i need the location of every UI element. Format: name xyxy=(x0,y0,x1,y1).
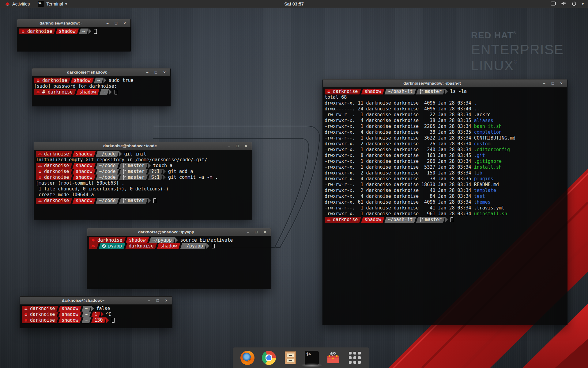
terminal-output: -rw-rw-r--. 1 darknoise darknoise 41 Jan… xyxy=(325,205,474,211)
command-text: git commit -a -m . xyxy=(168,174,218,180)
toolbox-icon xyxy=(326,351,340,365)
terminal-screen[interactable]: darknoiseshadow~/bash-itmasterls -latota… xyxy=(323,87,567,325)
maximize-button[interactable]: □ xyxy=(113,21,119,25)
minimize-button[interactable]: – xyxy=(226,144,232,148)
terminal-window-exitcodes[interactable]: darknoise@shadow:~ – □ × darknoiseshadow… xyxy=(20,296,172,328)
dock-item-chrome[interactable] xyxy=(262,351,276,365)
prompt-segment-text: ~/code xyxy=(99,174,115,180)
redhat-icon xyxy=(36,79,40,82)
prompt-segment-user: darknoise xyxy=(36,163,72,169)
terminal-line: drwxrwxr-x. 4 darknoise darknoise 38 Jan… xyxy=(325,118,565,124)
command-text: sudo true xyxy=(109,78,134,83)
prompt-segment-text: shadow xyxy=(364,89,381,94)
prompt-segment-text: darknoise xyxy=(129,243,153,249)
maximize-button[interactable]: □ xyxy=(235,144,240,148)
close-button[interactable]: × xyxy=(122,21,127,25)
command-text: touch a xyxy=(153,163,172,169)
minimize-button[interactable]: – xyxy=(146,298,152,303)
window-titlebar[interactable]: darknoise@shadow:~ – □ × xyxy=(32,68,170,76)
prompt-segment-text: darknoise xyxy=(333,217,358,223)
prompt-segment-text: master xyxy=(128,169,145,174)
prompt-segment-text: 1 xyxy=(95,312,97,317)
dock-item-app-grid[interactable] xyxy=(348,351,362,365)
terminal-line: 1 file changed, 0 insertions(+), 0 delet… xyxy=(36,186,250,192)
terminal-window-code[interactable]: darknoise@shadow:~/code – □ × darknoises… xyxy=(34,142,252,220)
prompt-arrow-icon xyxy=(109,89,112,95)
file-name: aliases xyxy=(474,118,493,124)
maximize-button[interactable]: □ xyxy=(153,70,159,75)
terminal-window-sudo[interactable]: darknoise@shadow:~ – □ × darknoiseshadow… xyxy=(32,68,171,106)
terminal-window-bash-it[interactable]: darknoise@shadow:~/bash-it – □ × darknoi… xyxy=(322,79,567,325)
terminal-line: -rwxrwxr-x. 1 darknoise darknoise 961 Ja… xyxy=(325,211,565,217)
prompt-segment-text: darknoise xyxy=(30,306,55,312)
terminal-line: [sudo] password for darknoise: xyxy=(34,83,168,89)
terminal-screen[interactable]: darknoiseshadow~ xyxy=(17,27,130,51)
prompt-segment-host: shadow xyxy=(72,169,96,174)
dock-item-terminal[interactable]: $> xyxy=(305,351,319,365)
dock-item-toolbox[interactable] xyxy=(326,351,340,365)
prompt-arrow-icon xyxy=(445,89,448,94)
file-name: .travis.yml xyxy=(474,205,504,211)
terminal-window-pyapp[interactable]: darknoise@shadow:~/pyapp – □ × darknoise… xyxy=(87,228,271,289)
terminal-line: create mode 100644 a xyxy=(36,192,250,198)
maximize-button[interactable]: □ xyxy=(254,230,259,234)
terminal-screen[interactable]: darknoiseshadow~falsedarknoiseshadow~1^C… xyxy=(20,305,172,328)
prompt-segment-text: # darknoise xyxy=(42,89,73,95)
terminal-output: drwxrwxr-x. 2 darknoise darknoise 150 Ja… xyxy=(325,170,474,176)
terminal-line: -rw-rw-r--. 1 darknoise darknoise 22 Jan… xyxy=(325,112,565,118)
window-titlebar[interactable]: darknoise@shadow:~/code – □ × xyxy=(34,142,252,150)
prompt-segment-branch: master xyxy=(416,89,445,94)
window-titlebar[interactable]: darknoise@shadow:~/bash-it – □ × xyxy=(323,79,567,87)
prompt-segment-host: shadow xyxy=(55,29,79,34)
terminal-line: [master (root-commit) 50bcb63] . xyxy=(36,180,250,186)
close-button[interactable]: × xyxy=(559,81,564,86)
prompt-arrow-icon xyxy=(175,237,178,243)
close-button[interactable]: × xyxy=(164,298,169,303)
prompt-arrow-icon xyxy=(104,78,106,83)
terminal-line: pyappdarknoiseshadow~/pyapp xyxy=(89,243,269,249)
redhat-icon xyxy=(38,176,42,179)
window-titlebar[interactable]: darknoise@shadow:~/pyapp – □ × xyxy=(87,228,271,236)
volume-icon[interactable] xyxy=(561,1,566,7)
dock-item-firefox[interactable] xyxy=(240,351,254,365)
prompt-segment-host: shadow xyxy=(72,198,96,204)
terminal-screen[interactable]: darknoiseshadow~/codegit initInitialized… xyxy=(34,150,252,219)
prompt-segment-text: shadow xyxy=(76,151,92,157)
terminal-window-home-small[interactable]: darknoise@shadow:~ – □ × darknoiseshadow… xyxy=(17,19,131,52)
file-name: README.md xyxy=(474,182,499,188)
terminal-output: -rw-rw-r--. 1 darknoise darknoise 22 Jan… xyxy=(325,112,474,118)
terminal-line: Initialized empty Git repository in /hom… xyxy=(36,157,250,163)
file-name: uninstall.sh xyxy=(474,211,507,217)
window-titlebar[interactable]: darknoise@shadow:~ – □ × xyxy=(20,297,172,305)
prompt-segment-user: darknoise xyxy=(34,78,70,83)
terminal-line: drwxrwxr-x. 4 darknoise darknoise 84 Jan… xyxy=(325,194,565,199)
minimize-button[interactable]: – xyxy=(541,81,547,86)
minimize-button[interactable]: – xyxy=(145,70,150,75)
terminal-screen[interactable]: darknoiseshadow~/pyappsource bin/activat… xyxy=(87,236,271,289)
prompt-segment-text: shadow xyxy=(76,198,92,204)
clock[interactable]: Sat 03:57 xyxy=(0,2,588,6)
minimize-button[interactable]: – xyxy=(105,21,110,25)
close-button[interactable]: × xyxy=(162,70,167,75)
terminal-output: -rw-rw-r--. 1 darknoise darknoise 3622 J… xyxy=(325,135,474,141)
file-name: template xyxy=(474,188,496,194)
system-menu-chevron-icon[interactable]: ▾ xyxy=(582,2,584,6)
terminal-line: -rwxrwxr-x. 1 darknoise darknoise 240 Ja… xyxy=(325,147,565,153)
terminal-output: [sudo] password for darknoise: xyxy=(34,83,117,89)
maximize-button[interactable]: □ xyxy=(550,81,556,86)
window-titlebar[interactable]: darknoise@shadow:~ – □ × xyxy=(17,19,130,27)
minimize-button[interactable]: – xyxy=(245,230,251,234)
screen-share-icon[interactable] xyxy=(551,1,556,7)
rhel-logo-line1: RED HAT® xyxy=(471,31,564,40)
dock-item-files[interactable] xyxy=(283,351,297,365)
prompt-segment-text: darknoise xyxy=(97,237,122,243)
power-icon[interactable] xyxy=(571,1,577,7)
close-button[interactable]: × xyxy=(262,230,268,234)
prompt-segment-host: shadow xyxy=(72,174,96,180)
close-button[interactable]: × xyxy=(243,144,249,148)
prompt-segment-text: shadow xyxy=(364,217,381,223)
command-text: source bin/activate xyxy=(180,237,233,243)
terminal-screen[interactable]: darknoiseshadow~sudo true[sudo] password… xyxy=(32,76,170,106)
rhel-logo: RED HAT® ENTERPRISE LINUX® xyxy=(471,31,564,72)
maximize-button[interactable]: □ xyxy=(155,298,160,303)
